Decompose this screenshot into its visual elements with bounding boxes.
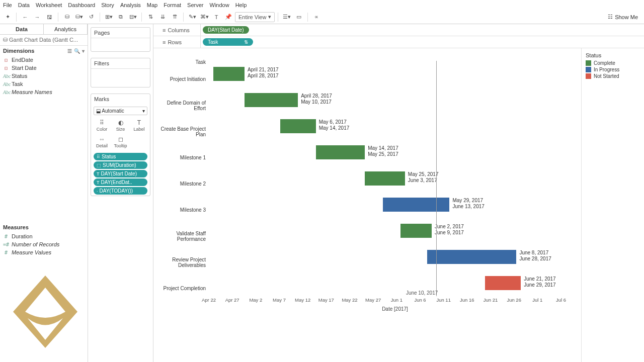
chevron-down-icon: ▾ xyxy=(142,108,145,114)
tab-analytics[interactable]: Analytics xyxy=(44,24,88,34)
gantt-bar[interactable] xyxy=(383,198,450,212)
pill-startdate[interactable]: TDAY(Start Date) xyxy=(94,170,147,177)
share-icon[interactable]: ∝ xyxy=(311,12,322,22)
present-icon[interactable]: ▭ xyxy=(293,12,304,22)
refresh-icon[interactable]: ⛁▾ xyxy=(73,12,85,22)
marks-card: Marks ⬓ Automatic▾ ⠿Color ◐Size TLabel ◦… xyxy=(91,94,150,196)
menu-window[interactable]: Window xyxy=(210,2,229,8)
mark-size[interactable]: ◐Size xyxy=(112,118,129,133)
menu-dashboard[interactable]: Dashboard xyxy=(68,2,95,8)
clear-icon[interactable]: ⊟▾ xyxy=(127,12,138,22)
mark-label[interactable]: TLabel xyxy=(130,118,148,133)
field-duration[interactable]: #Duration xyxy=(0,232,88,240)
tab-data[interactable]: Data xyxy=(0,24,44,34)
gantt-bar[interactable] xyxy=(245,93,298,107)
save-icon[interactable]: 🖫 xyxy=(44,12,55,22)
bar-date-label: June 21, 2017June 29, 2017 xyxy=(524,276,555,288)
pill-enddate[interactable]: TDAY(EndDat.. xyxy=(94,178,147,186)
color-legend[interactable]: Status Complete In Progress Not Started xyxy=(581,48,644,362)
gantt-bar[interactable] xyxy=(316,145,365,159)
x-tick: Apr 27 xyxy=(225,297,239,303)
legend-notstarted[interactable]: Not Started xyxy=(586,73,640,79)
mark-detail[interactable]: ◦◦Detail xyxy=(93,134,111,150)
menu-server[interactable]: Server xyxy=(187,2,203,8)
task-label[interactable]: Review Project Deliverables xyxy=(153,249,209,276)
menu-data[interactable]: Data xyxy=(18,2,30,8)
cards-icon[interactable]: ☰▾ xyxy=(281,12,292,22)
gantt-bar[interactable] xyxy=(427,250,516,264)
pill-status[interactable]: ⠿Status xyxy=(94,153,147,160)
show-me-button[interactable]: ☷Show Me xyxy=(604,14,642,20)
field-measurenames[interactable]: AbcMeasure Names xyxy=(0,88,88,96)
new-data-icon[interactable]: ⛁ xyxy=(61,12,72,22)
fit-dropdown[interactable]: Entire View▾ xyxy=(235,12,275,22)
pages-shelf[interactable]: Pages xyxy=(91,27,150,52)
legend-title: Status xyxy=(586,52,640,58)
menu-story[interactable]: Story xyxy=(101,2,114,8)
rows-pill[interactable]: Task⇅ xyxy=(203,38,253,46)
gantt-bar[interactable] xyxy=(280,119,316,133)
toolbar: ✦ ← → 🖫 ⛁ ⛁▾ ↺ ⊞▾ ⧉ ⊟▾ ⇅ ⇊ ⇈ ✎▾ ⌘▾ T 📌 E… xyxy=(0,10,644,24)
mark-type-dropdown[interactable]: ⬓ Automatic▾ xyxy=(94,107,147,115)
gantt-bar[interactable] xyxy=(365,171,405,186)
x-tick: Apr 22 xyxy=(202,297,216,303)
x-tick: Jun 11 xyxy=(436,297,451,303)
pin-icon[interactable]: 📌 xyxy=(223,12,234,22)
swap-icon[interactable]: ⇅ xyxy=(145,12,156,22)
task-label[interactable]: Milestone 3 xyxy=(153,197,209,223)
duplicate-icon[interactable]: ⧉ xyxy=(115,12,126,22)
menu-analysis[interactable]: Analysis xyxy=(120,2,141,8)
task-label[interactable]: Create Base Project Plan xyxy=(153,119,209,145)
task-label[interactable]: Milestone 2 xyxy=(153,171,209,197)
sort-asc-icon[interactable]: ⇊ xyxy=(157,12,168,22)
field-enddate[interactable]: ⊡EndDate xyxy=(0,56,88,64)
search-icon[interactable]: 🔍 xyxy=(74,48,80,54)
undo-icon[interactable]: ↺ xyxy=(86,12,97,22)
legend-complete[interactable]: Complete xyxy=(586,60,640,66)
menu-file[interactable]: File xyxy=(3,2,12,8)
pill-duration[interactable]: ⬚SUM(Duration) xyxy=(94,161,147,169)
field-status[interactable]: AbcStatus xyxy=(0,72,88,80)
filters-shelf[interactable]: Filters xyxy=(91,58,150,87)
mark-tooltip[interactable]: ◻Tooltip xyxy=(112,134,129,150)
gantt-bar[interactable] xyxy=(213,67,245,81)
tableau-logo-icon[interactable]: ✦ xyxy=(2,12,13,22)
menu-help[interactable]: Help xyxy=(235,2,247,8)
menu-format[interactable]: Format xyxy=(164,2,181,8)
rows-icon: ≡ xyxy=(163,39,166,45)
view-icon[interactable]: ☰ xyxy=(67,48,72,54)
field-startdate[interactable]: ⊡Start Date xyxy=(0,64,88,72)
x-tick: Jun 16 xyxy=(460,297,474,303)
highlight-icon[interactable]: ✎▾ xyxy=(187,12,198,22)
back-icon[interactable]: ← xyxy=(20,12,31,22)
gantt-plot[interactable]: April 21, 2017April 28, 2017April 28, 20… xyxy=(209,48,581,362)
columns-shelf[interactable]: ≡Columns DAY(Start Date) xyxy=(153,24,644,36)
field-measurevalues[interactable]: #Measure Values xyxy=(0,248,88,256)
task-label[interactable]: Project Initiation xyxy=(153,66,209,93)
label-icon[interactable]: T xyxy=(211,12,222,22)
sort-desc-icon[interactable]: ⇈ xyxy=(169,12,180,22)
field-nrecords[interactable]: =#Number of Records xyxy=(0,240,88,248)
x-tick: May 22 xyxy=(342,297,357,303)
reference-label: June 10, 2017 xyxy=(406,290,438,296)
new-worksheet-icon[interactable]: ⊞▾ xyxy=(103,12,114,22)
rows-shelf[interactable]: ≡Rows Task⇅ xyxy=(153,36,644,48)
datasource-name[interactable]: ⛁ Gantt Chart Data (Gantt C... xyxy=(0,35,88,46)
pill-today[interactable]: ·DAY(TODAY()) xyxy=(94,187,147,195)
legend-inprogress[interactable]: In Progress xyxy=(586,67,640,72)
gantt-bar[interactable] xyxy=(400,224,432,238)
columns-pill[interactable]: DAY(Start Date) xyxy=(203,26,249,34)
field-task[interactable]: AbcTask xyxy=(0,80,88,88)
bar-date-label: June 8, 2017June 28, 2017 xyxy=(519,250,551,262)
menu-worksheet[interactable]: Worksheet xyxy=(36,2,62,8)
gantt-bar[interactable] xyxy=(485,276,521,290)
task-label[interactable]: Milestone 1 xyxy=(153,145,209,171)
reference-line xyxy=(436,61,437,296)
mark-color[interactable]: ⠿Color xyxy=(93,118,111,133)
task-label[interactable]: Validate Staff Performance xyxy=(153,223,209,249)
group-icon[interactable]: ⌘▾ xyxy=(199,12,210,22)
task-label[interactable]: Project Completion xyxy=(153,276,209,302)
forward-icon[interactable]: → xyxy=(32,12,43,22)
menu-map[interactable]: Map xyxy=(147,2,157,8)
task-label[interactable]: Define Domain of Effort xyxy=(153,93,209,119)
